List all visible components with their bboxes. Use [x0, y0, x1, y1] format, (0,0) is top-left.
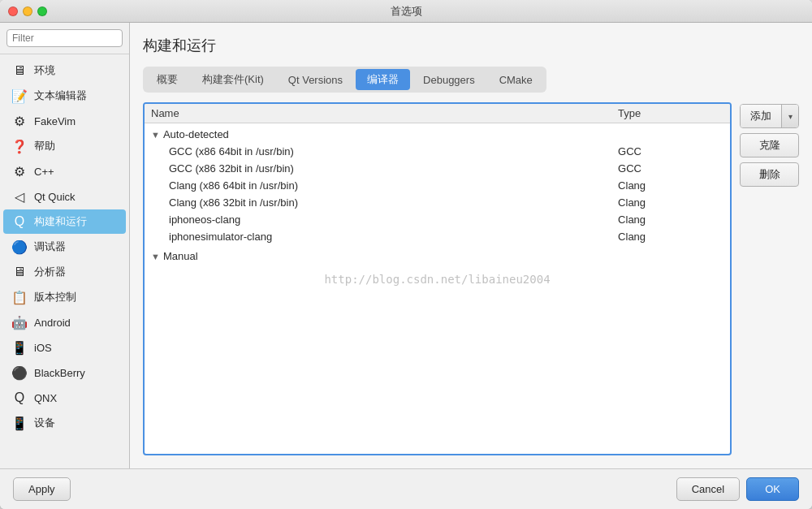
compiler-type-cell: Clang: [611, 211, 730, 228]
compiler-name-cell: iphonesimulator-clang: [145, 228, 611, 245]
sidebar-item-help[interactable]: ❓帮助: [3, 134, 126, 158]
table-row[interactable]: Clang (x86 32bit in /usr/bin)Clang: [145, 194, 730, 211]
add-button-group: 添加 ▾: [740, 104, 799, 128]
clone-button[interactable]: 克隆: [740, 133, 799, 157]
table-row[interactable]: iphonesimulator-clangClang: [145, 228, 730, 245]
sidebar-item-qnx[interactable]: QQNX: [3, 386, 126, 410]
watermark: http://blog.csdn.net/libaineu2004: [324, 273, 550, 286]
filter-input[interactable]: [6, 29, 123, 47]
tab-compilers[interactable]: 编译器: [356, 69, 410, 90]
table-group-manual[interactable]: ▼Manual: [145, 245, 730, 265]
android-icon: 🤖: [11, 314, 28, 330]
bottom-bar: Apply Cancel OK: [0, 468, 812, 509]
table-row[interactable]: iphoneos-clangClang: [145, 211, 730, 228]
fakevim-icon: ⚙: [11, 113, 28, 129]
debugger-icon: 🔵: [11, 239, 28, 255]
table-row[interactable]: Clang (x86 64bit in /usr/bin)Clang: [145, 177, 730, 194]
sidebar-item-label-qtquick: Qt Quick: [34, 191, 76, 203]
sidebar: 🖥环境📝文本编辑器⚙FakeVim❓帮助⚙C++◁Qt QuickQ构建和运行🔵…: [0, 23, 130, 468]
sidebar-item-fakevim[interactable]: ⚙FakeVim: [3, 109, 126, 133]
table-header-row: Name Type: [145, 104, 730, 123]
compiler-name-cell: iphoneos-clang: [145, 211, 611, 228]
analyzer-icon: 🖥: [11, 264, 28, 280]
compiler-name-cell: Clang (x86 32bit in /usr/bin): [145, 194, 611, 211]
sidebar-item-version-control[interactable]: 📋版本控制: [3, 285, 126, 309]
environment-icon: 🖥: [11, 63, 28, 79]
right-panel: 构建和运行 概要构建套件(Kit)Qt Versions编译器Debuggers…: [130, 23, 812, 468]
compiler-name-cell: GCC (x86 64bit in /usr/bin): [145, 143, 611, 160]
sidebar-item-qtquick[interactable]: ◁Qt Quick: [3, 184, 126, 209]
sidebar-item-text-editor[interactable]: 📝文本编辑器: [3, 84, 126, 108]
sidebar-item-label-blackberry: BlackBerry: [34, 367, 85, 379]
ios-icon: 📱: [11, 339, 28, 356]
tab-kits[interactable]: 构建套件(Kit): [191, 69, 275, 90]
tabs-bar: 概要构建套件(Kit)Qt Versions编译器DebuggersCMake: [143, 67, 546, 93]
table-row[interactable]: GCC (x86 64bit in /usr/bin)GCC: [145, 143, 730, 160]
window-controls: [8, 6, 47, 16]
bottom-right: Cancel OK: [676, 477, 799, 501]
bottom-left: Apply: [13, 477, 71, 501]
content-area: Name Type ▼Auto-detectedGCC (x86 64bit i…: [143, 102, 799, 455]
compiler-table-container: Name Type ▼Auto-detectedGCC (x86 64bit i…: [143, 102, 732, 455]
sidebar-item-label-android: Android: [34, 317, 71, 329]
apply-button[interactable]: Apply: [13, 477, 71, 501]
sidebar-item-label-fakevim: FakeVim: [34, 115, 76, 127]
close-button[interactable]: [8, 6, 18, 16]
remove-button[interactable]: 删除: [740, 162, 799, 187]
compiler-type-cell: Clang: [611, 177, 730, 194]
text-editor-icon: 📝: [11, 88, 28, 104]
version-control-icon: 📋: [11, 289, 28, 305]
compiler-type-cell: Clang: [611, 194, 730, 211]
compiler-table: Name Type ▼Auto-detectedGCC (x86 64bit i…: [145, 104, 730, 265]
table-row[interactable]: GCC (x86 32bit in /usr/bin)GCC: [145, 160, 730, 177]
tab-qt-versions[interactable]: Qt Versions: [277, 69, 354, 90]
sidebar-item-label-build-run: 构建和运行: [34, 214, 87, 229]
devices-icon: 📱: [11, 415, 28, 431]
sidebar-item-environment[interactable]: 🖥环境: [3, 58, 126, 83]
sidebar-item-blackberry[interactable]: ⚫BlackBerry: [3, 360, 126, 385]
sidebar-item-cpp[interactable]: ⚙C++: [3, 159, 126, 183]
col-type-header: Type: [611, 104, 730, 123]
compiler-name-cell: GCC (x86 32bit in /usr/bin): [145, 160, 611, 177]
sidebar-item-devices[interactable]: 📱设备: [3, 411, 126, 435]
sidebar-item-android[interactable]: 🤖Android: [3, 310, 126, 334]
sidebar-list: 🖥环境📝文本编辑器⚙FakeVim❓帮助⚙C++◁Qt QuickQ构建和运行🔵…: [0, 54, 129, 468]
compiler-type-cell: Clang: [611, 228, 730, 245]
sidebar-item-label-cpp: C++: [34, 166, 54, 178]
sidebar-item-label-analyzer: 分析器: [34, 265, 66, 279]
sidebar-item-build-run[interactable]: Q构建和运行: [3, 209, 126, 234]
blackberry-icon: ⚫: [11, 364, 28, 381]
compiler-type-cell: GCC: [611, 143, 730, 160]
panel-title: 构建和运行: [143, 36, 799, 55]
sidebar-item-label-environment: 环境: [34, 63, 55, 78]
sidebar-item-label-ios: iOS: [34, 342, 52, 354]
sidebar-item-ios[interactable]: 📱iOS: [3, 335, 126, 360]
compiler-type-cell: GCC: [611, 160, 730, 177]
sidebar-item-label-text-editor: 文本编辑器: [34, 88, 87, 103]
maximize-button[interactable]: [37, 6, 47, 16]
compiler-name-cell: Clang (x86 64bit in /usr/bin): [145, 177, 611, 194]
col-name-header: Name: [145, 104, 611, 123]
main-content: 🖥环境📝文本编辑器⚙FakeVim❓帮助⚙C++◁Qt QuickQ构建和运行🔵…: [0, 23, 812, 468]
add-button[interactable]: 添加: [741, 105, 782, 127]
tab-cmake[interactable]: CMake: [488, 69, 544, 90]
help-icon: ❓: [11, 138, 28, 154]
tab-debuggers[interactable]: Debuggers: [412, 69, 486, 90]
sidebar-item-label-devices: 设备: [34, 416, 55, 430]
cancel-button[interactable]: Cancel: [676, 477, 740, 501]
sidebar-item-label-qnx: QNX: [34, 392, 57, 404]
sidebar-item-debugger[interactable]: 🔵调试器: [3, 235, 126, 259]
titlebar: 首选项: [0, 0, 812, 23]
sidebar-item-analyzer[interactable]: 🖥分析器: [3, 260, 126, 284]
filter-box: [0, 23, 129, 54]
qnx-icon: Q: [11, 390, 28, 406]
sidebar-item-label-version-control: 版本控制: [34, 290, 76, 304]
ok-button[interactable]: OK: [746, 477, 799, 501]
minimize-button[interactable]: [23, 6, 32, 16]
window-title: 首选项: [391, 4, 422, 19]
build-run-icon: Q: [11, 214, 28, 230]
tab-summary[interactable]: 概要: [145, 69, 189, 90]
cpp-icon: ⚙: [11, 163, 28, 179]
table-group-auto-detected[interactable]: ▼Auto-detected: [145, 123, 730, 144]
add-dropdown-arrow[interactable]: ▾: [782, 105, 798, 127]
